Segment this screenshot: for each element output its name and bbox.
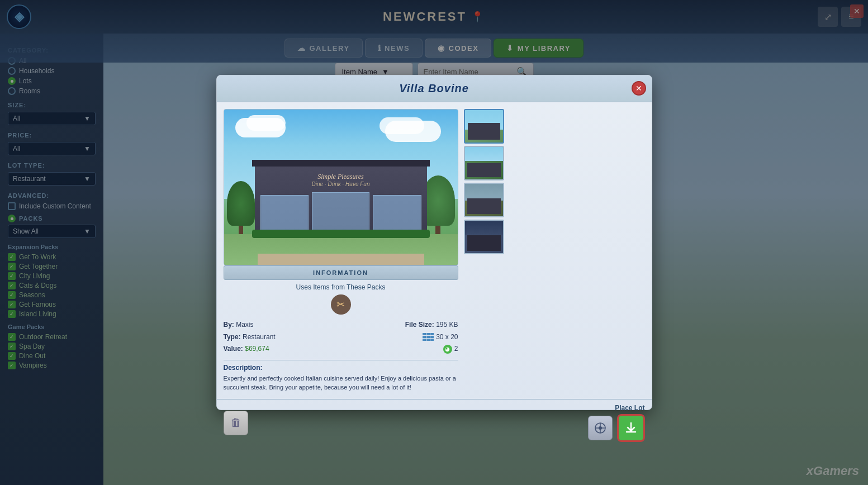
place-lot-label: Place Lot (615, 404, 644, 412)
svg-rect-6 (423, 339, 426, 341)
type-value: Restaurant (243, 333, 276, 341)
tools-button[interactable] (588, 416, 613, 440)
thumb-4-building (467, 235, 501, 251)
window-right (373, 195, 421, 231)
svg-rect-2 (430, 333, 434, 335)
pavement (258, 254, 424, 265)
svg-rect-4 (426, 336, 430, 338)
file-size-value: 195 KB (436, 321, 458, 329)
uses-items-label: Uses Items from These Packs (224, 283, 458, 291)
packs-count: 2 (454, 343, 458, 355)
thumb-4-sky (465, 221, 503, 235)
value-row: Value: $69,674 (224, 343, 276, 355)
thumb-2-sky (465, 147, 503, 161)
trees-left (227, 181, 255, 237)
sims-face-icon: ◕ (443, 345, 452, 354)
type-label: Type: (224, 333, 241, 341)
lot-size-row: 30 x 20 (405, 331, 458, 344)
svg-rect-8 (430, 339, 434, 341)
thumbnail-1[interactable] (464, 109, 504, 144)
modal-header: Villa Bovine (217, 75, 652, 102)
svg-rect-7 (426, 339, 430, 341)
info-left-column: By: Maxis Type: Restaurant Value: $69,67… (224, 319, 276, 355)
value-amount: $69,674 (245, 345, 269, 353)
file-size-label: File Size: (405, 321, 434, 329)
dine-out-pack-icon: ✂ (331, 294, 351, 315)
modal-close-button[interactable]: ✕ (632, 81, 646, 96)
modal-title: Villa Bovine (399, 82, 469, 94)
hedge (252, 230, 430, 238)
file-size-row: File Size: 195 KB (405, 319, 458, 331)
grid-size-icon (423, 333, 434, 341)
tools-icon (594, 422, 606, 434)
cloud-2 (246, 115, 286, 131)
svg-rect-1 (426, 333, 430, 335)
svg-rect-0 (423, 333, 426, 335)
main-image: Simple Pleasures Dine · Drink · Have Fun (224, 109, 458, 265)
footer-right-buttons: Place Lot (588, 404, 645, 442)
value-label: Value: (224, 345, 243, 353)
description-label: Description: (224, 364, 458, 372)
thumbnails-column (464, 109, 504, 392)
info-right-column: File Size: 195 KB (405, 319, 458, 355)
thumb-3-building (467, 198, 501, 214)
villa-bovine-modal: Villa Bovine ✕ (216, 75, 652, 410)
packs-count-row: ◕ 2 (405, 343, 458, 355)
cloud-4 (380, 117, 424, 134)
delete-icon: 🗑 (230, 416, 241, 429)
by-row: By: Maxis (224, 319, 276, 331)
description-section: Description: Expertly and perfectly cook… (224, 360, 458, 392)
windows-row (260, 195, 421, 231)
footer-action-buttons (588, 414, 645, 442)
building-roof (252, 160, 430, 167)
modal-overlay: Villa Bovine ✕ (0, 0, 868, 485)
thumbnail-2[interactable] (464, 146, 504, 180)
window-center-entrance (312, 192, 369, 231)
modal-body: Simple Pleasures Dine · Drink · Have Fun (217, 102, 652, 399)
download-icon (624, 421, 638, 435)
description-text: Expertly and perfectly cooked Italian cu… (224, 374, 458, 392)
svg-rect-5 (430, 336, 434, 338)
modal-footer: 🗑 Place Lot (217, 399, 652, 446)
thumbnail-4[interactable] (464, 220, 504, 254)
by-value: Maxis (236, 321, 253, 329)
svg-rect-3 (423, 336, 426, 338)
download-place-button[interactable] (617, 414, 645, 442)
lot-size-value: 30 x 20 (436, 331, 458, 344)
svg-point-12 (599, 426, 602, 430)
by-label: By: (224, 321, 234, 329)
window-left (260, 195, 309, 231)
info-details: By: Maxis Type: Restaurant Value: $69,67… (224, 319, 458, 355)
thumb-1-building (468, 123, 500, 140)
building-sign: Simple Pleasures Dine · Drink · Have Fun (285, 173, 397, 187)
main-image-area: Simple Pleasures Dine · Drink · Have Fun (224, 109, 458, 392)
type-row: Type: Restaurant (224, 331, 276, 344)
information-label: INFORMATION (313, 269, 368, 276)
pack-icons-row: ✂ (224, 294, 458, 315)
delete-button[interactable]: 🗑 (224, 411, 248, 435)
thumb-2-building (467, 163, 501, 177)
thumbnail-3[interactable] (464, 183, 504, 217)
information-bar: INFORMATION (224, 265, 458, 280)
building-body: Simple Pleasures Dine · Drink · Have Fun (255, 164, 427, 237)
footer-left-buttons: 🗑 (224, 411, 248, 435)
